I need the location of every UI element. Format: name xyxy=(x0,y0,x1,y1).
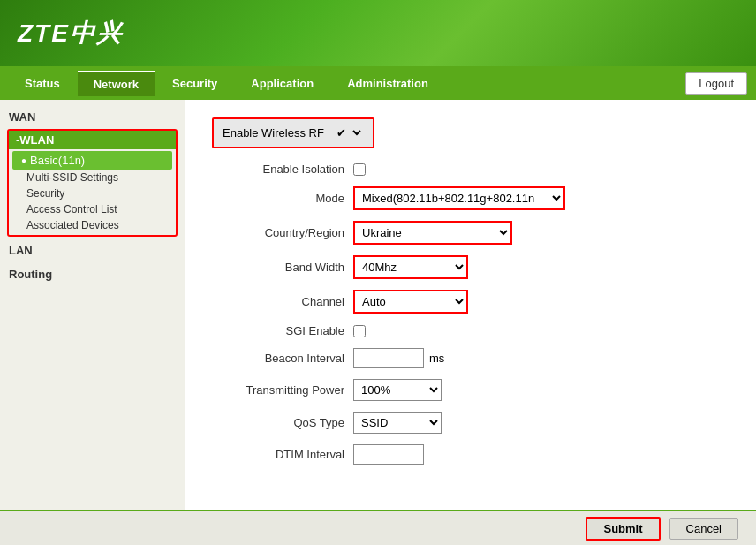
dtim-row: DTIM Interval 1 xyxy=(212,444,730,465)
country-control: Ukraine USA Germany France xyxy=(353,221,730,245)
enable-wireless-btn[interactable]: Enable Wireless RF ✔ ✘ xyxy=(212,117,374,148)
content-area: Enable Wireless RF ✔ ✘ Enable Isolation … xyxy=(185,100,756,510)
cancel-button[interactable]: Cancel xyxy=(669,518,738,540)
enable-isolation-label: Enable Isolation xyxy=(212,163,353,176)
navbar: Status Network Security Application Admi… xyxy=(0,66,756,100)
mode-control: Mixed(802.11b+802.11g+802.11n 802.11b on… xyxy=(353,186,730,210)
mode-select[interactable]: Mixed(802.11b+802.11g+802.11n 802.11b on… xyxy=(353,186,565,210)
qos-label: QoS Type xyxy=(212,416,353,429)
transmitting-row: Transmitting Power 100% 75% 50% 25% xyxy=(212,379,730,401)
sgi-control xyxy=(353,325,730,337)
sidebar-item-associated[interactable]: Associated Devices xyxy=(12,217,172,233)
sidebar-item-basic[interactable]: Basic(11n) xyxy=(12,151,172,170)
channel-control: Auto 1234 5678 91011 xyxy=(353,290,730,314)
country-label: Country/Region xyxy=(212,226,353,239)
beacon-input[interactable]: 100 xyxy=(353,348,424,368)
beacon-row: Beacon Interval 100 ms xyxy=(212,348,730,368)
submit-button[interactable]: Submit xyxy=(586,517,660,541)
logout-button[interactable]: Logout xyxy=(685,72,747,95)
qos-row: QoS Type SSID WMM xyxy=(212,412,730,434)
header: ZTE中兴 xyxy=(0,0,756,66)
mode-row: Mode Mixed(802.11b+802.11g+802.11n 802.1… xyxy=(212,186,730,210)
sgi-label: SGI Enable xyxy=(212,324,353,337)
dtim-label: DTIM Interval xyxy=(212,448,353,461)
bandwidth-control: 40Mhz 20Mhz xyxy=(353,255,730,279)
sidebar: WAN -WLAN Basic(11n) Multi-SSID Settings… xyxy=(0,100,185,510)
enable-isolation-row: Enable Isolation xyxy=(212,163,730,176)
sidebar-item-security[interactable]: Security xyxy=(12,185,172,201)
channel-label: Channel xyxy=(212,295,353,308)
beacon-label: Beacon Interval xyxy=(212,352,353,365)
enable-wireless-label: Enable Wireless RF xyxy=(223,126,324,140)
dtim-input[interactable]: 1 xyxy=(353,444,424,465)
tab-status[interactable]: Status xyxy=(9,72,76,95)
bandwidth-select[interactable]: 40Mhz 20Mhz xyxy=(353,255,468,279)
sidebar-wlan-group: -WLAN Basic(11n) Multi-SSID Settings Sec… xyxy=(7,129,178,237)
tab-network[interactable]: Network xyxy=(78,71,155,96)
sidebar-section-routing: Routing xyxy=(0,264,185,284)
qos-control: SSID WMM xyxy=(353,412,730,434)
tab-administration[interactable]: Administration xyxy=(331,72,444,95)
transmitting-control: 100% 75% 50% 25% xyxy=(353,379,730,401)
footer-buttons: Submit Cancel xyxy=(0,510,756,545)
beacon-control: 100 ms xyxy=(353,348,730,368)
enable-wireless-select[interactable]: ✔ ✘ xyxy=(329,123,364,143)
tab-application[interactable]: Application xyxy=(235,72,329,95)
logo: ZTE中兴 xyxy=(18,17,123,50)
sgi-row: SGI Enable xyxy=(212,324,730,337)
enable-isolation-checkbox[interactable] xyxy=(353,163,366,176)
sidebar-section-wan: WAN xyxy=(0,107,185,127)
bandwidth-label: Band Width xyxy=(212,261,353,274)
dtim-control: 1 xyxy=(353,444,730,465)
enable-wireless-row: Enable Wireless RF ✔ ✘ xyxy=(212,117,730,148)
mode-label: Mode xyxy=(212,192,353,205)
transmitting-select[interactable]: 100% 75% 50% 25% xyxy=(353,379,442,401)
sidebar-section-lan: LAN xyxy=(0,240,185,261)
sidebar-wlan-header[interactable]: -WLAN xyxy=(9,131,176,149)
sgi-checkbox[interactable] xyxy=(353,325,366,337)
qos-select[interactable]: SSID WMM xyxy=(353,412,442,434)
sidebar-item-multissid[interactable]: Multi-SSID Settings xyxy=(12,170,172,185)
tab-security[interactable]: Security xyxy=(156,72,233,95)
channel-select[interactable]: Auto 1234 5678 91011 xyxy=(353,290,468,314)
transmitting-label: Transmitting Power xyxy=(212,383,353,397)
country-row: Country/Region Ukraine USA Germany Franc… xyxy=(212,221,730,245)
sidebar-item-acl[interactable]: Access Control List xyxy=(12,201,172,217)
bandwidth-row: Band Width 40Mhz 20Mhz xyxy=(212,255,730,279)
beacon-unit: ms xyxy=(429,352,444,365)
channel-row: Channel Auto 1234 5678 91011 xyxy=(212,290,730,314)
enable-isolation-control xyxy=(353,163,730,176)
country-select[interactable]: Ukraine USA Germany France xyxy=(353,221,512,245)
main-layout: WAN -WLAN Basic(11n) Multi-SSID Settings… xyxy=(0,100,756,510)
